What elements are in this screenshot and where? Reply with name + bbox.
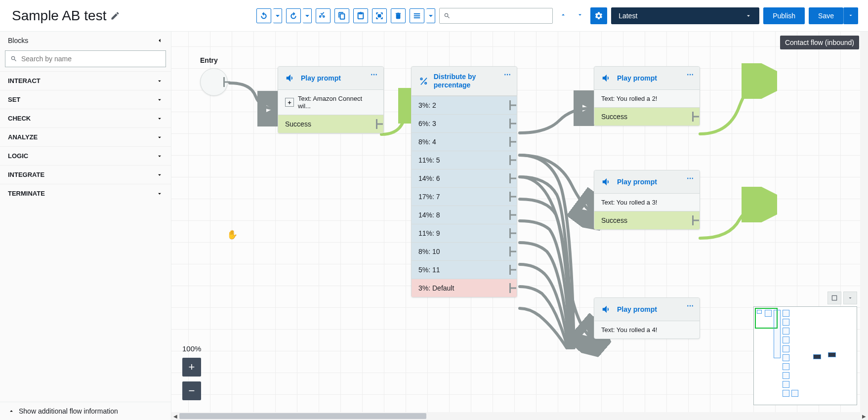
percent-icon bbox=[418, 76, 429, 86]
delete-button[interactable] bbox=[391, 8, 406, 23]
save-dropdown[interactable] bbox=[843, 7, 858, 24]
sidebar-category-set[interactable]: SET bbox=[0, 90, 171, 109]
zoom-out-button[interactable]: − bbox=[182, 381, 201, 400]
speaker-icon bbox=[601, 73, 612, 84]
node-body-text: Text: You rolled a 3! bbox=[601, 199, 657, 206]
node-body-text: Text: You rolled a 2! bbox=[601, 95, 657, 102]
search-icon bbox=[444, 12, 451, 19]
node-menu-icon[interactable]: ⋯ bbox=[687, 302, 695, 310]
outcome-success[interactable]: Success bbox=[594, 107, 700, 126]
outcome-success[interactable]: Success bbox=[278, 115, 383, 133]
undo-button[interactable] bbox=[256, 8, 271, 23]
canvas-search-input[interactable] bbox=[451, 12, 548, 20]
flow-title-text: Sample AB test bbox=[12, 8, 106, 24]
outcome-pct[interactable]: 11%: 5 bbox=[412, 151, 517, 169]
chevron-down-icon bbox=[156, 115, 163, 122]
gear-icon bbox=[594, 11, 603, 20]
svg-rect-1 bbox=[832, 295, 836, 300]
vertical-scrollbar[interactable] bbox=[860, 32, 868, 412]
node-distribute[interactable]: Distribute by percentage ⋯ 3%: 2 6%: 3 8… bbox=[411, 66, 517, 297]
horizontal-scrollbar[interactable]: ◀ ▶ bbox=[171, 412, 868, 420]
fit-view-button[interactable] bbox=[827, 292, 841, 304]
search-icon bbox=[10, 55, 17, 62]
node-play-prompt-4[interactable]: Play prompt ⋯ Text: You rolled a 4! bbox=[594, 297, 700, 339]
minimap-toggle[interactable] bbox=[843, 292, 857, 304]
outcome-success[interactable]: Success bbox=[594, 211, 700, 229]
sidebar-category-terminate[interactable]: TERMINATE bbox=[0, 184, 171, 203]
outcome-pct[interactable]: 17%: 7 bbox=[412, 187, 517, 206]
outcome-pct[interactable]: 8%: 4 bbox=[412, 132, 517, 151]
chevron-down-icon bbox=[156, 96, 163, 103]
chevron-down-icon bbox=[745, 12, 752, 19]
settings-button[interactable] bbox=[590, 7, 607, 24]
sidebar-category-integrate[interactable]: INTEGRATE bbox=[0, 165, 171, 184]
chevron-down-icon bbox=[156, 153, 163, 160]
save-button[interactable]: Save bbox=[809, 7, 843, 24]
node-menu-icon[interactable]: ⋯ bbox=[687, 174, 695, 182]
sidebar-category-interact[interactable]: INTERACT bbox=[0, 71, 171, 90]
chevron-down-icon bbox=[156, 190, 163, 197]
speaker-icon bbox=[601, 304, 612, 315]
chevron-down-icon bbox=[156, 134, 163, 141]
speaker-icon bbox=[285, 73, 296, 84]
zoom-in-button[interactable]: + bbox=[182, 358, 201, 377]
node-menu-icon[interactable]: ⋯ bbox=[504, 71, 512, 79]
paste-button[interactable] bbox=[353, 8, 368, 23]
entry-node[interactable]: Entry bbox=[200, 56, 228, 96]
outcome-pct[interactable]: 5%: 11 bbox=[412, 260, 517, 279]
redo-dropdown[interactable] bbox=[303, 8, 312, 23]
copy-button[interactable] bbox=[334, 8, 349, 23]
outcome-pct[interactable]: 14%: 8 bbox=[412, 206, 517, 224]
cut-button[interactable] bbox=[316, 8, 331, 23]
node-play-prompt-3[interactable]: Play prompt ⋯ Text: You rolled a 3! Succ… bbox=[594, 170, 700, 230]
sidebar-search-input[interactable] bbox=[21, 55, 161, 63]
outcome-pct[interactable]: 6%: 3 bbox=[412, 114, 517, 132]
sidebar-search[interactable] bbox=[5, 50, 166, 67]
sidebar-footer-toggle[interactable]: Show additional flow information bbox=[0, 402, 171, 420]
sidebar: Blocks INTERACT SET CHECK ANALYZE LOGIC … bbox=[0, 32, 171, 420]
scroll-thumb[interactable] bbox=[179, 413, 426, 419]
node-body-text: Text: Amazon Connect wil... bbox=[298, 95, 376, 110]
scroll-left-button[interactable]: ◀ bbox=[171, 412, 179, 420]
expand-icon[interactable]: + bbox=[285, 98, 294, 107]
svg-rect-0 bbox=[378, 14, 380, 17]
sidebar-category-logic[interactable]: LOGIC bbox=[0, 146, 171, 165]
edit-icon[interactable] bbox=[110, 11, 120, 21]
undo-dropdown[interactable] bbox=[273, 8, 282, 23]
version-label: Latest bbox=[619, 12, 637, 20]
version-select[interactable]: Latest bbox=[611, 7, 759, 24]
arrange-dropdown[interactable] bbox=[426, 8, 435, 23]
node-play-prompt-1[interactable]: Play prompt ⋯ + Text: Amazon Connect wil… bbox=[278, 66, 384, 133]
zoom-level: 100% bbox=[182, 344, 201, 353]
outcome-default[interactable]: 3%: Default bbox=[412, 279, 517, 297]
node-play-prompt-2[interactable]: Play prompt ⋯ Text: You rolled a 2! Succ… bbox=[594, 66, 700, 126]
outcome-pct[interactable]: 11%: 9 bbox=[412, 224, 517, 242]
zoom-controls: 100% + − bbox=[182, 344, 201, 405]
canvas[interactable]: Entry Play prompt ⋯ + Text: Amazon Conne… bbox=[171, 32, 868, 420]
search-prev[interactable] bbox=[557, 8, 570, 23]
publish-button[interactable]: Publish bbox=[763, 7, 805, 24]
outcome-pct[interactable]: 3%: 2 bbox=[412, 96, 517, 114]
chevron-down-icon bbox=[156, 78, 163, 84]
chevron-down-icon bbox=[156, 171, 163, 178]
chevron-up-icon bbox=[8, 408, 15, 415]
node-body-text: Text: You rolled a 4! bbox=[601, 326, 657, 334]
sidebar-category-analyze[interactable]: ANALYZE bbox=[0, 127, 171, 146]
select-all-button[interactable] bbox=[372, 8, 387, 23]
outcome-pct[interactable]: 14%: 6 bbox=[412, 169, 517, 187]
node-menu-icon[interactable]: ⋯ bbox=[687, 71, 695, 79]
canvas-search[interactable] bbox=[439, 8, 553, 24]
sidebar-category-check[interactable]: CHECK bbox=[0, 109, 171, 127]
scroll-right-button[interactable]: ▶ bbox=[860, 412, 868, 420]
node-menu-icon[interactable]: ⋯ bbox=[371, 71, 378, 79]
minimap[interactable] bbox=[753, 306, 857, 405]
entry-label: Entry bbox=[200, 56, 228, 64]
sidebar-title: Blocks bbox=[8, 37, 28, 44]
flow-type-badge: Contact flow (inbound) bbox=[780, 36, 859, 49]
search-next[interactable] bbox=[574, 8, 586, 23]
collapse-sidebar-icon[interactable] bbox=[156, 37, 163, 44]
toolbar: Sample AB test Latest bbox=[0, 0, 868, 32]
redo-button[interactable] bbox=[286, 8, 301, 23]
arrange-button[interactable] bbox=[410, 8, 424, 23]
outcome-pct[interactable]: 8%: 10 bbox=[412, 242, 517, 260]
